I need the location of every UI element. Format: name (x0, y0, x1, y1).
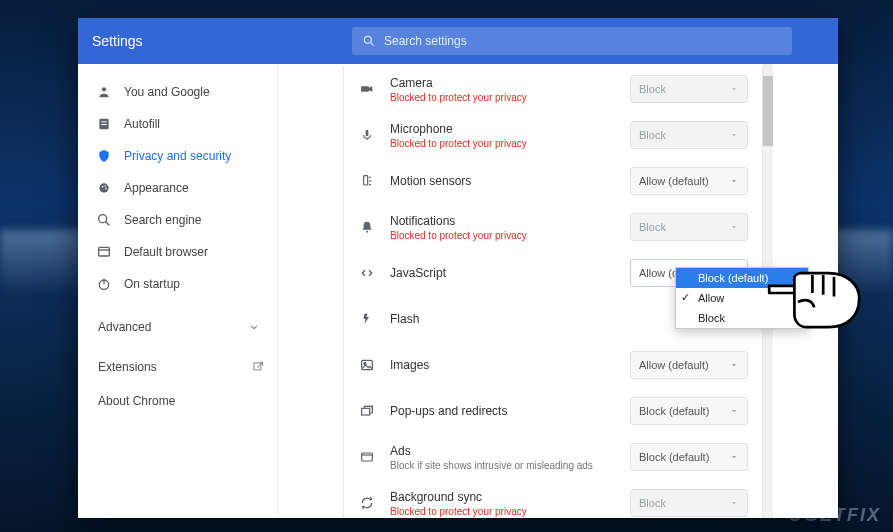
motion-sensors-icon (358, 172, 376, 190)
sidebar: You and Google Autofill Privacy and secu… (78, 64, 278, 518)
sidebar-item-label: Autofill (124, 117, 160, 131)
chevron-down-icon (729, 406, 739, 416)
svg-line-1 (370, 42, 373, 45)
sidebar-item-label: Appearance (124, 181, 189, 195)
chevron-down-icon (729, 222, 739, 232)
sidebar-item-autofill[interactable]: Autofill (86, 108, 277, 140)
svg-point-0 (364, 36, 371, 43)
header-bar: Settings (78, 18, 838, 64)
dropdown-option-allow[interactable]: ✓Allow (676, 288, 808, 308)
javascript-dropdown-menu: Block (default) ✓Allow Block (675, 267, 809, 329)
sidebar-item-appearance[interactable]: Appearance (86, 172, 277, 204)
sidebar-item-default-browser[interactable]: Default browser (86, 236, 277, 268)
ads-icon (358, 448, 376, 466)
chevron-down-icon (247, 320, 261, 334)
svg-rect-12 (99, 247, 110, 256)
permission-select-notifications[interactable]: Block (630, 213, 748, 241)
permission-select-microphone[interactable]: Block (630, 121, 748, 149)
permission-row-motion-sensors[interactable]: Motion sensors Allow (default) (344, 158, 762, 204)
sync-icon (358, 494, 376, 512)
advanced-label: Advanced (98, 320, 151, 334)
svg-point-10 (99, 215, 107, 223)
desktop-background: UGETFIX Settings You and Google Autofill (0, 0, 893, 532)
svg-line-11 (106, 222, 110, 226)
search-engine-icon (96, 212, 112, 228)
svg-point-6 (99, 183, 108, 192)
sidebar-item-you-and-google[interactable]: You and Google (86, 76, 277, 108)
dropdown-option-block-default[interactable]: Block (default) (676, 268, 808, 288)
permission-row-background-sync[interactable]: Background syncBlocked to protect your p… (344, 480, 762, 518)
svg-point-9 (105, 188, 107, 190)
permission-title: Pop-ups and redirects (390, 404, 616, 418)
extensions-label: Extensions (98, 360, 157, 374)
svg-rect-4 (101, 121, 106, 122)
svg-rect-16 (254, 363, 261, 370)
permission-title: Images (390, 358, 616, 372)
bell-icon (358, 218, 376, 236)
search-field[interactable] (352, 27, 792, 55)
permission-row-notifications[interactable]: NotificationsBlocked to protect your pri… (344, 204, 762, 250)
page-title: Settings (92, 33, 352, 49)
svg-point-7 (102, 186, 104, 188)
sidebar-item-label: Default browser (124, 245, 208, 259)
sidebar-item-label: Privacy and security (124, 149, 231, 163)
permission-subtitle: Blocked to protect your privacy (390, 506, 616, 517)
permission-row-microphone[interactable]: MicrophoneBlocked to protect your privac… (344, 112, 762, 158)
permission-select-background-sync[interactable]: Block (630, 489, 748, 517)
chevron-down-icon (729, 130, 739, 140)
permission-row-images[interactable]: Images Allow (default) (344, 342, 762, 388)
svg-rect-24 (362, 408, 370, 415)
svg-point-21 (366, 231, 368, 233)
javascript-icon (358, 264, 376, 282)
popups-icon (358, 402, 376, 420)
person-icon (96, 84, 112, 100)
permission-title: Camera (390, 76, 616, 90)
sidebar-item-on-startup[interactable]: On startup (86, 268, 277, 300)
checkmark-icon: ✓ (681, 291, 690, 304)
sidebar-advanced-toggle[interactable]: Advanced (86, 310, 277, 340)
permission-select-motion-sensors[interactable]: Allow (default) (630, 167, 748, 195)
permission-title: Background sync (390, 490, 616, 504)
svg-rect-20 (364, 176, 368, 185)
svg-rect-19 (366, 130, 369, 137)
permission-title: Microphone (390, 122, 616, 136)
permission-select-images[interactable]: Allow (default) (630, 351, 748, 379)
search-icon (362, 34, 376, 48)
permission-select-popups[interactable]: Block (default) (630, 397, 748, 425)
power-icon (96, 276, 112, 292)
permission-row-camera[interactable]: CameraBlocked to protect your privacy Bl… (344, 66, 762, 112)
chevron-down-icon (729, 84, 739, 94)
permission-subtitle: Blocked to protect your privacy (390, 138, 616, 149)
sidebar-item-label: On startup (124, 277, 180, 291)
autofill-icon (96, 116, 112, 132)
svg-rect-22 (362, 360, 373, 369)
svg-rect-5 (101, 124, 106, 125)
sidebar-item-privacy-and-security[interactable]: Privacy and security (86, 140, 277, 172)
sidebar-item-extensions[interactable]: Extensions (86, 350, 277, 384)
scrollbar-thumb[interactable] (763, 76, 773, 146)
shield-icon (96, 148, 112, 164)
permission-title: Motion sensors (390, 174, 616, 188)
search-input[interactable] (384, 34, 782, 48)
external-link-icon (251, 360, 265, 374)
sidebar-item-label: Search engine (124, 213, 201, 227)
about-label: About Chrome (98, 394, 175, 408)
permission-select-camera[interactable]: Block (630, 75, 748, 103)
permission-select-ads[interactable]: Block (default) (630, 443, 748, 471)
permission-subtitle: Block if site shows intrusive or mislead… (390, 460, 616, 471)
sidebar-item-about-chrome[interactable]: About Chrome (86, 384, 277, 418)
svg-point-8 (105, 185, 107, 187)
browser-icon (96, 244, 112, 260)
permission-subtitle: Blocked to protect your privacy (390, 230, 616, 241)
images-icon (358, 356, 376, 374)
chevron-down-icon (729, 360, 739, 370)
permission-row-ads[interactable]: AdsBlock if site shows intrusive or misl… (344, 434, 762, 480)
sidebar-item-search-engine[interactable]: Search engine (86, 204, 277, 236)
permission-title: Ads (390, 444, 616, 458)
permission-subtitle: Blocked to protect your privacy (390, 92, 616, 103)
permission-title: Flash (390, 312, 616, 326)
microphone-icon (358, 126, 376, 144)
appearance-icon (96, 180, 112, 196)
dropdown-option-block[interactable]: Block (676, 308, 808, 328)
permission-row-popups[interactable]: Pop-ups and redirects Block (default) (344, 388, 762, 434)
